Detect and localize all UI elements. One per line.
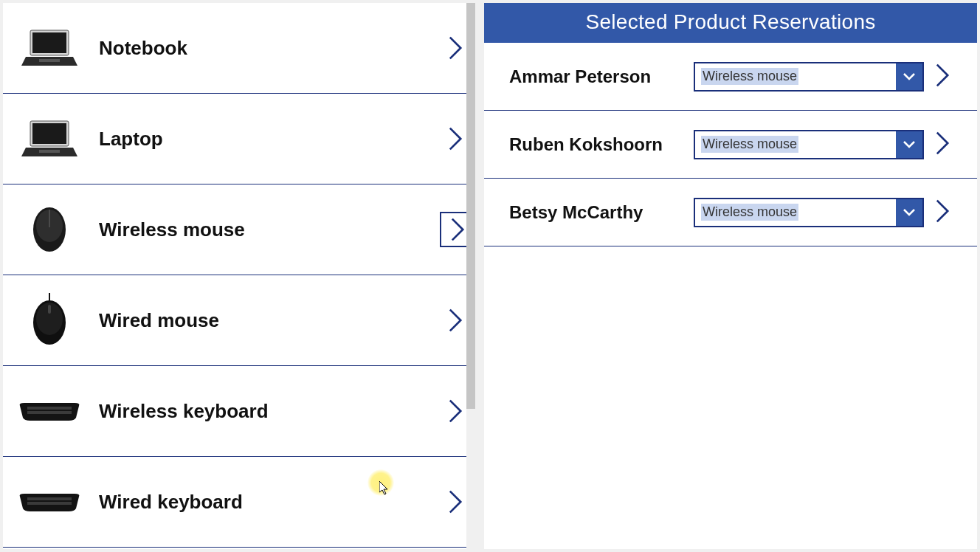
chevron-right-icon[interactable]	[447, 489, 463, 515]
mouse-wired-icon	[16, 294, 83, 346]
product-label: Wired mouse	[99, 309, 447, 332]
svg-rect-5	[39, 150, 60, 153]
product-row[interactable]: Wireless mouse	[3, 184, 475, 275]
reservations-header: Selected Product Reservations	[484, 3, 977, 43]
chevron-right-icon[interactable]	[934, 130, 950, 159]
dropdown-value: Wireless mouse	[695, 199, 896, 226]
product-label: Wireless keyboard	[99, 400, 447, 423]
product-row[interactable]: Laptop	[3, 94, 475, 184]
product-dropdown[interactable]: Wireless mouse	[694, 62, 924, 92]
dropdown-value: Wireless mouse	[695, 63, 896, 90]
chevron-down-icon[interactable]	[896, 131, 922, 158]
chevron-right-icon[interactable]	[447, 398, 463, 424]
reservation-row: Ruben KokshoornWireless mouse	[484, 111, 977, 179]
chevron-down-icon[interactable]	[896, 199, 922, 226]
product-label: Wired keyboard	[99, 491, 447, 514]
reservation-name: Ruben Kokshoorn	[509, 134, 694, 155]
reservations-panel: Selected Product Reservations Ammar Pete…	[484, 3, 977, 549]
reservation-row: Ammar PetersonWireless mouse	[484, 43, 977, 111]
chevron-right-icon[interactable]	[447, 35, 463, 61]
reservation-name: Betsy McCarthy	[509, 202, 694, 223]
svg-rect-2	[39, 59, 60, 62]
scrollbar-thumb[interactable]	[466, 3, 475, 409]
svg-rect-13	[27, 407, 72, 410]
svg-rect-14	[27, 411, 72, 414]
reservation-row: Betsy McCarthyWireless mouse	[484, 179, 977, 246]
product-row[interactable]: Notebook	[3, 3, 475, 94]
product-label: Wireless mouse	[99, 218, 440, 241]
laptop-open-icon	[16, 113, 83, 165]
product-label: Notebook	[99, 37, 447, 60]
chevron-right-icon[interactable]	[447, 125, 463, 152]
svg-rect-16	[27, 502, 72, 505]
svg-rect-4	[32, 123, 66, 144]
laptop-open-icon	[16, 22, 83, 74]
keyboard-icon	[16, 385, 83, 437]
svg-rect-12	[48, 305, 51, 314]
mouse-wireless-icon	[16, 204, 83, 255]
keyboard-icon	[16, 476, 83, 528]
chevron-right-icon[interactable]	[934, 198, 950, 227]
chevron-right-icon[interactable]	[934, 62, 950, 92]
product-row[interactable]: Wireless keyboard	[3, 366, 475, 457]
chevron-down-icon[interactable]	[896, 63, 922, 90]
product-row[interactable]: Wired keyboard	[3, 457, 475, 548]
product-dropdown[interactable]: Wireless mouse	[694, 130, 924, 159]
svg-rect-1	[32, 32, 66, 53]
reservation-name: Ammar Peterson	[509, 66, 694, 87]
svg-rect-15	[27, 497, 72, 500]
chevron-right-icon[interactable]	[447, 307, 463, 334]
product-list-panel: Notebook Laptop Wireless mouse Wired mou…	[3, 3, 475, 549]
scrollbar-track[interactable]	[466, 3, 475, 549]
product-dropdown[interactable]: Wireless mouse	[694, 198, 924, 227]
product-row[interactable]: Wired mouse	[3, 275, 475, 366]
product-label: Laptop	[99, 128, 447, 151]
dropdown-value: Wireless mouse	[695, 131, 896, 158]
